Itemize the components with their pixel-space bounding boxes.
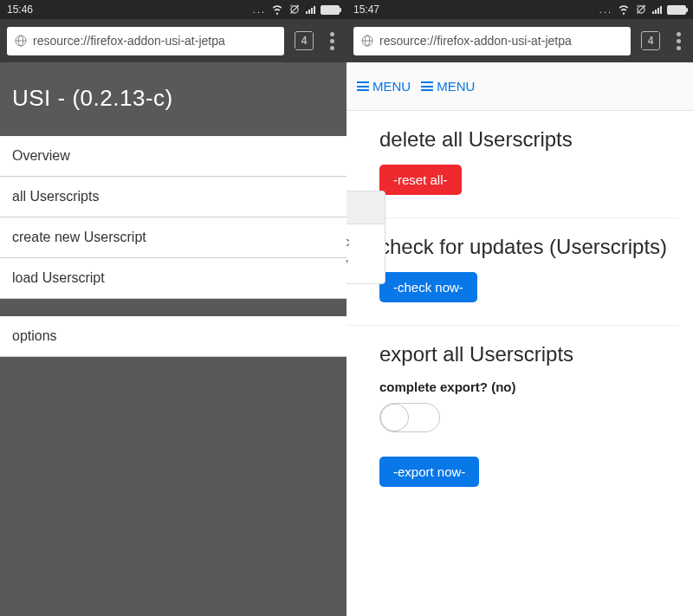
alarm-off-icon (288, 3, 301, 16)
section-delete-all: delete all Userscripts -reset all- (346, 126, 686, 217)
two-screens: 15:46 ... resource://firefox-addon-usi-a… (0, 0, 693, 616)
section-check-updates: check for updates (Userscripts) -check n… (346, 217, 679, 325)
tab-count-button[interactable]: 4 (641, 31, 660, 50)
menu-kebab-icon[interactable] (670, 32, 686, 50)
status-bar-right: 15:47 ... (346, 0, 693, 19)
more-dots-icon: ... (599, 4, 612, 15)
browser-bar-left: resource://firefox-addon-usi-at-jetpa 4 (0, 19, 346, 62)
menu-button-2[interactable]: MENU (418, 75, 478, 97)
right-page: MENU MENU Over The c see y delete all Us… (346, 62, 693, 616)
section-title: delete all Userscripts (379, 126, 686, 152)
globe-icon (14, 34, 28, 48)
menu-kebab-icon[interactable] (324, 32, 340, 50)
left-page: USI - (0.2.13-c) Overview all Userscript… (0, 62, 346, 616)
overview-card-peek: Over The c see y (346, 191, 385, 284)
nav-item-options[interactable]: options (0, 316, 346, 357)
signal-icon (306, 6, 315, 14)
complete-export-toggle[interactable] (379, 403, 440, 432)
toggle-knob (380, 404, 409, 431)
url-input[interactable]: resource://firefox-addon-usi-at-jetpa (7, 27, 284, 55)
section-title: check for updates (Userscripts) (379, 234, 679, 260)
section-title: export all Userscripts (379, 341, 679, 367)
export-now-button[interactable]: -export now- (379, 457, 479, 487)
card-text-line1: The c (346, 231, 376, 252)
clock: 15:47 (353, 3, 379, 16)
browser-bar-right: resource://firefox-addon-usi-at-jetpa 4 (346, 19, 693, 62)
menu-button-1[interactable]: MENU (353, 75, 414, 97)
screen-right: 15:47 ... resource://firefox-addon-usi-a… (346, 0, 693, 616)
hamburger-icon (421, 81, 433, 91)
export-sublabel: complete export? (no) (379, 379, 679, 394)
screen-left: 15:46 ... resource://firefox-addon-usi-a… (0, 0, 346, 616)
nav-gap (0, 299, 346, 316)
url-text: resource://firefox-addon-usi-at-jetpa (33, 34, 225, 48)
url-input[interactable]: resource://firefox-addon-usi-at-jetpa (353, 27, 631, 55)
card-header: Over (346, 191, 385, 224)
status-bar-left: 15:46 ... (0, 0, 346, 19)
more-dots-icon: ... (253, 4, 266, 15)
menu-bar: MENU MENU (346, 62, 693, 111)
page-title: USI - (0.2.13-c) (0, 62, 346, 136)
hamburger-icon (357, 81, 369, 91)
nav-item-overview[interactable]: Overview (0, 136, 346, 177)
menu-label: MENU (372, 79, 411, 94)
status-icons-left: ... (253, 3, 340, 16)
battery-icon (321, 5, 340, 15)
options-body: delete all Userscripts -reset all- check… (346, 111, 693, 525)
url-text: resource://firefox-addon-usi-at-jetpa (379, 34, 572, 48)
reset-all-button[interactable]: -reset all- (379, 165, 462, 195)
check-now-button[interactable]: -check now- (379, 272, 477, 302)
battery-icon (667, 5, 686, 15)
clock: 15:46 (7, 3, 33, 16)
alarm-off-icon (635, 3, 647, 16)
card-text-line2: see y (346, 252, 376, 273)
signal-icon (652, 6, 662, 14)
nav-item-all-userscripts[interactable]: all Userscripts (0, 177, 346, 217)
nav-list: Overview all Userscripts create new User… (0, 136, 346, 357)
status-icons-right: ... (599, 3, 686, 16)
nav-item-load[interactable]: load Userscript (0, 258, 346, 299)
menu-label: MENU (437, 79, 475, 94)
nav-item-create-new[interactable]: create new Userscript (0, 217, 346, 258)
wifi-off-icon (271, 3, 283, 16)
wifi-off-icon (618, 3, 630, 16)
tab-count-button[interactable]: 4 (295, 31, 314, 50)
globe-icon (360, 34, 374, 48)
section-export-all: export all Userscripts complete export? … (346, 325, 679, 509)
